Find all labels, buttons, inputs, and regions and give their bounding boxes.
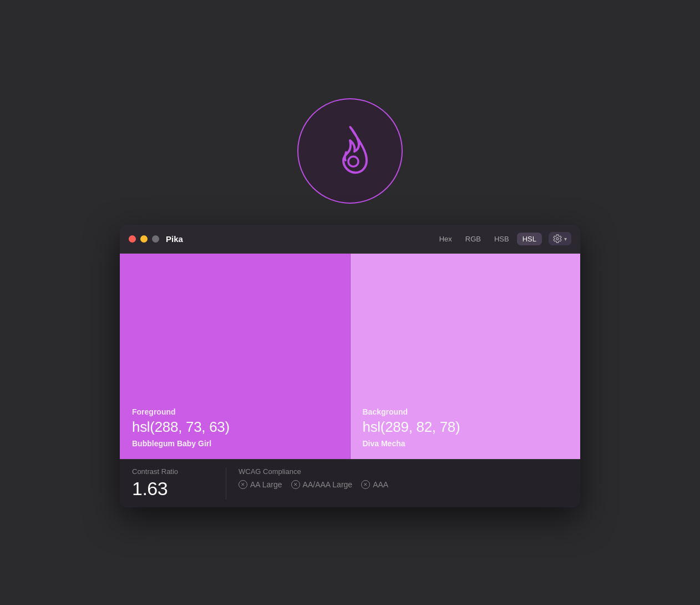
app-window: Pika Hex RGB HSB HSL ▾ Foreground hsl(28… — [120, 225, 580, 507]
wcag-section: WCAG Compliance ✕ AA Large ✕ AA/AAA Larg… — [239, 467, 388, 489]
tab-hex[interactable]: Hex — [434, 233, 458, 245]
wcag-badge-aa-large: ✕ AA Large — [239, 480, 282, 489]
maximize-button[interactable] — [152, 235, 159, 243]
foreground-value: hsl(288, 73, 63) — [132, 419, 338, 436]
titlebar: Pika Hex RGB HSB HSL ▾ — [120, 225, 580, 254]
wcag-badge-aa-aaa-large: ✕ AA/AAA Large — [291, 480, 353, 489]
color-panels: Foreground hsl(288, 73, 63) Bubblegum Ba… — [120, 254, 580, 459]
app-icon — [297, 98, 403, 204]
fail-icon-aa-large: ✕ — [239, 480, 247, 489]
wcag-badge-aaa: ✕ AAA — [361, 480, 388, 489]
traffic-lights — [129, 235, 159, 243]
badge-aa-aaa-large-label: AA/AAA Large — [303, 480, 353, 489]
foreground-label: Foreground — [132, 407, 338, 416]
window-title: Pika — [166, 234, 183, 244]
minimize-button[interactable] — [140, 235, 148, 243]
wcag-title: WCAG Compliance — [239, 467, 388, 476]
contrast-value: 1.63 — [132, 478, 214, 500]
flame-icon — [321, 122, 379, 180]
contrast-label: Contrast Ratio — [132, 467, 214, 476]
wcag-badges: ✕ AA Large ✕ AA/AAA Large ✕ AAA — [239, 480, 388, 489]
tab-hsl[interactable]: HSL — [517, 233, 542, 245]
contrast-section: Contrast Ratio 1.63 — [132, 467, 226, 500]
close-button[interactable] — [129, 235, 136, 243]
format-tabs: Hex RGB HSB HSL ▾ — [434, 232, 571, 245]
background-name: Diva Mecha — [363, 439, 569, 448]
fail-icon-aaa: ✕ — [361, 480, 370, 489]
background-value: hsl(289, 82, 78) — [363, 419, 569, 436]
badge-aa-large-label: AA Large — [250, 480, 282, 489]
fail-icon-aa-aaa-large: ✕ — [291, 480, 300, 489]
background-label: Background — [363, 407, 569, 416]
badge-aaa-label: AAA — [373, 480, 388, 489]
tab-hsb[interactable]: HSB — [489, 233, 515, 245]
foreground-name: Bubblegum Baby Girl — [132, 439, 338, 448]
bottom-bar: Contrast Ratio 1.63 WCAG Compliance ✕ AA… — [120, 459, 580, 507]
settings-button[interactable]: ▾ — [549, 232, 571, 245]
gear-icon — [553, 234, 562, 243]
chevron-down-icon: ▾ — [564, 236, 567, 242]
foreground-panel[interactable]: Foreground hsl(288, 73, 63) Bubblegum Ba… — [120, 254, 351, 459]
svg-point-0 — [348, 157, 358, 167]
background-panel[interactable]: Background hsl(289, 82, 78) Diva Mecha — [351, 254, 581, 459]
tab-rgb[interactable]: RGB — [460, 233, 486, 245]
